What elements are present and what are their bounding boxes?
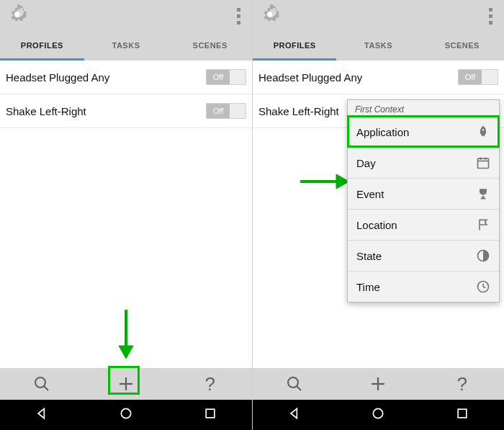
- svg-point-23: [374, 408, 383, 418]
- context-item-label: Location: [356, 219, 397, 231]
- svg-rect-6: [206, 409, 215, 418]
- tasker-gear-icon: [7, 4, 27, 27]
- context-item-label: Application: [356, 126, 409, 138]
- tab-tasks[interactable]: TASKS: [84, 32, 168, 61]
- tab-bar: PROFILES TASKS SCENES: [0, 32, 252, 61]
- context-menu-title: First Context: [348, 100, 499, 116]
- app-header: [253, 0, 504, 32]
- context-item-event[interactable]: Event: [348, 178, 499, 209]
- svg-point-1: [35, 377, 45, 388]
- profile-toggle[interactable]: Off: [458, 69, 498, 85]
- profile-name: Shake Left-Right: [258, 105, 339, 117]
- svg-rect-10: [478, 158, 489, 168]
- left-screenshot: PROFILES TASKS SCENES Headset Plugged An…: [0, 0, 252, 430]
- calendar-icon: [476, 156, 490, 170]
- svg-point-8: [268, 12, 273, 17]
- profile-name: Headset Plugged Any: [6, 71, 109, 84]
- rocket-icon: [476, 125, 490, 139]
- context-item-label: State: [356, 250, 382, 262]
- add-button[interactable]: [364, 369, 392, 398]
- svg-rect-24: [458, 409, 467, 418]
- add-button[interactable]: [112, 369, 140, 398]
- home-icon[interactable]: [371, 406, 385, 424]
- overflow-menu-icon[interactable]: [233, 4, 245, 29]
- tasker-gear-icon: [260, 4, 280, 27]
- context-item-label: Day: [356, 157, 376, 169]
- overflow-menu-icon[interactable]: [485, 4, 497, 29]
- tab-tasks[interactable]: TASKS: [336, 32, 420, 61]
- svg-line-18: [483, 287, 485, 288]
- context-item-label: Time: [356, 281, 380, 293]
- contrast-icon: [476, 248, 490, 263]
- profile-row[interactable]: Headset Plugged Any Off: [253, 61, 504, 94]
- svg-point-9: [482, 129, 485, 131]
- clock-icon: [476, 279, 490, 294]
- home-icon[interactable]: [119, 406, 133, 424]
- right-screenshot: PROFILES TASKS SCENES Headset Plugged An…: [252, 0, 504, 430]
- app-header: [0, 0, 252, 32]
- svg-point-19: [288, 377, 298, 388]
- flag-icon: [476, 218, 490, 232]
- profile-toggle[interactable]: Off: [206, 103, 246, 119]
- bottom-toolbar: ?: [253, 368, 504, 400]
- context-item-state[interactable]: State: [348, 240, 499, 271]
- trophy-icon: [476, 187, 490, 201]
- recent-icon[interactable]: [203, 406, 217, 424]
- profile-list: Headset Plugged Any Off Shake Left-Right…: [253, 61, 504, 368]
- profile-row[interactable]: Headset Plugged Any Off: [0, 61, 252, 94]
- tab-scenes[interactable]: SCENES: [168, 32, 252, 61]
- context-item-label: Event: [356, 188, 384, 200]
- svg-line-20: [297, 386, 301, 390]
- tab-scenes[interactable]: SCENES: [420, 32, 504, 61]
- context-item-time[interactable]: Time: [348, 271, 499, 302]
- search-icon[interactable]: [280, 369, 309, 398]
- android-nav-bar: [253, 400, 504, 430]
- context-item-location[interactable]: Location: [348, 209, 499, 240]
- svg-point-0: [15, 12, 20, 17]
- back-icon[interactable]: [287, 406, 302, 424]
- profile-name: Shake Left-Right: [6, 105, 86, 117]
- android-nav-bar: [0, 400, 252, 430]
- recent-icon[interactable]: [455, 406, 469, 424]
- help-icon[interactable]: ?: [196, 369, 225, 398]
- profile-name: Headset Plugged Any: [258, 71, 362, 84]
- svg-point-5: [121, 408, 130, 418]
- tab-profiles[interactable]: PROFILES: [253, 32, 336, 61]
- svg-line-2: [44, 386, 48, 390]
- profile-toggle[interactable]: Off: [206, 69, 246, 85]
- help-icon[interactable]: ?: [448, 369, 477, 398]
- tab-bar: PROFILES TASKS SCENES: [253, 32, 504, 61]
- back-icon[interactable]: [35, 406, 49, 424]
- bottom-toolbar: ?: [0, 368, 252, 400]
- context-menu: First Context Application Day Event Loca…: [347, 99, 500, 303]
- search-icon[interactable]: [27, 369, 56, 398]
- tab-profiles[interactable]: PROFILES: [0, 32, 84, 61]
- profile-row[interactable]: Shake Left-Right Off: [0, 94, 252, 128]
- context-item-day[interactable]: Day: [348, 147, 499, 178]
- context-item-application[interactable]: Application: [348, 116, 499, 147]
- profile-list: Headset Plugged Any Off Shake Left-Right…: [0, 61, 252, 368]
